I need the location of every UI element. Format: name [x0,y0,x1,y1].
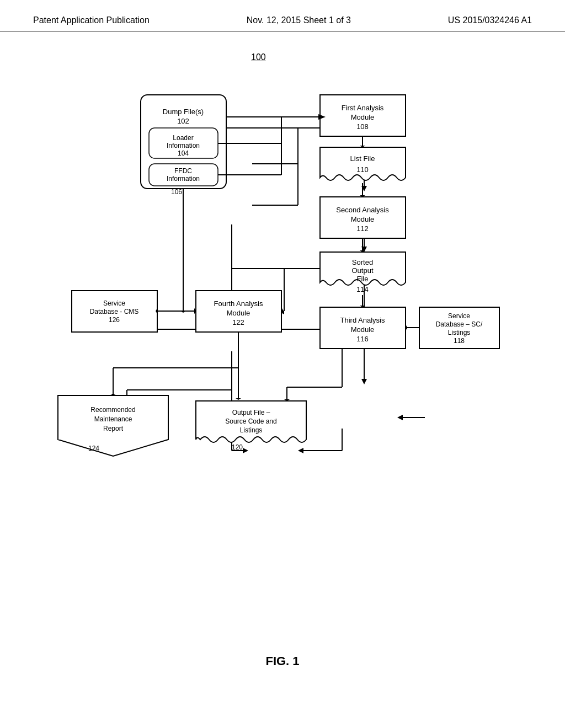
svg-text:Maintenance: Maintenance [94,415,132,423]
svg-text:106: 106 [171,188,182,196]
svg-text:104: 104 [178,149,189,157]
svg-text:Module: Module [351,215,375,223]
svg-text:Information: Information [167,175,200,183]
svg-text:Recommended: Recommended [90,406,135,414]
header-right: US 2015/0324246 A1 [448,15,532,25]
header-left: Patent Application Publication [33,15,150,25]
svg-text:Third Analysis: Third Analysis [340,316,385,324]
svg-text:Module: Module [227,309,250,317]
svg-text:Output File –: Output File – [232,409,270,416]
svg-text:120: 120 [232,443,243,451]
svg-text:Information: Information [167,142,200,149]
svg-text:FFDC: FFDC [174,167,192,175]
svg-text:110: 110 [356,165,369,174]
svg-text:List File: List File [350,154,375,163]
svg-marker-119 [236,398,241,400]
svg-text:Second Analysis: Second Analysis [336,206,389,214]
header-center: Nov. 12, 2015 Sheet 1 of 3 [247,15,351,25]
svg-text:Dump File(s): Dump File(s) [163,108,204,116]
svg-text:File: File [357,275,369,283]
svg-text:124: 124 [88,445,99,452]
svg-text:Listings: Listings [448,329,471,336]
svg-text:122: 122 [232,318,244,326]
svg-text:Module: Module [351,113,375,121]
svg-text:116: 116 [356,335,369,343]
svg-text:Source Code and: Source Code and [225,417,276,425]
svg-text:114: 114 [356,285,369,293]
svg-text:Service: Service [448,312,470,320]
svg-text:Module: Module [351,325,375,334]
svg-text:112: 112 [356,224,369,233]
svg-text:126: 126 [109,316,120,324]
svg-text:Database – SC/: Database – SC/ [436,320,483,328]
svg-text:Fourth Analysis: Fourth Analysis [214,299,263,308]
svg-text:118: 118 [454,337,465,345]
svg-text:Sorted: Sorted [352,258,373,266]
diagram-area: 100 [0,37,565,677]
svg-text:Report: Report [103,425,124,432]
svg-text:Database - CMS: Database - CMS [90,308,139,315]
fig-label: FIG. 1 [265,654,299,668]
header: Patent Application Publication Nov. 12, … [0,0,565,31]
svg-text:108: 108 [356,122,369,131]
svg-text:Output: Output [351,266,373,275]
svg-text:Listings: Listings [240,426,263,434]
svg-text:First Analysis: First Analysis [342,104,384,112]
full-diagram: Dump File(s) 102 Loader Information 104 … [0,37,565,677]
svg-text:Loader: Loader [173,134,193,142]
svg-text:102: 102 [177,117,189,125]
page: Patent Application Publication Nov. 12, … [0,0,565,728]
svg-text:Service: Service [103,299,125,307]
